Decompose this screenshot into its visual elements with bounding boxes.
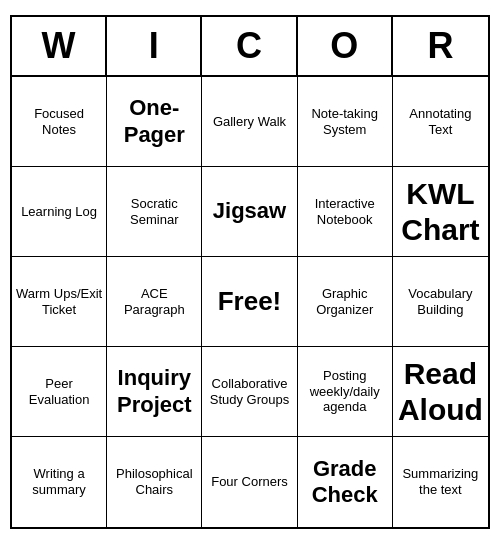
cell-1: One-Pager <box>107 77 202 167</box>
cell-5: Learning Log <box>12 167 107 257</box>
grid: Focused NotesOne-PagerGallery WalkNote-t… <box>12 77 488 527</box>
cell-9: KWL Chart <box>393 167 488 257</box>
cell-15: Peer Evaluation <box>12 347 107 437</box>
cell-17: Collaborative Study Groups <box>202 347 297 437</box>
cell-23: Grade Check <box>298 437 393 527</box>
cell-0: Focused Notes <box>12 77 107 167</box>
header-row: WICOR <box>12 17 488 77</box>
cell-24: Summarizing the text <box>393 437 488 527</box>
cell-14: Vocabulary Building <box>393 257 488 347</box>
cell-21: Philosophical Chairs <box>107 437 202 527</box>
cell-18: Posting weekly/daily agenda <box>298 347 393 437</box>
cell-11: ACE Paragraph <box>107 257 202 347</box>
header-letter-C: C <box>202 17 297 75</box>
cell-20: Writing a summary <box>12 437 107 527</box>
cell-12: Free! <box>202 257 297 347</box>
cell-16: Inquiry Project <box>107 347 202 437</box>
cell-6: Socratic Seminar <box>107 167 202 257</box>
header-letter-W: W <box>12 17 107 75</box>
bingo-card: WICOR Focused NotesOne-PagerGallery Walk… <box>10 15 490 529</box>
cell-13: Graphic Organizer <box>298 257 393 347</box>
cell-8: Interactive Notebook <box>298 167 393 257</box>
header-letter-O: O <box>298 17 393 75</box>
cell-2: Gallery Walk <box>202 77 297 167</box>
header-letter-I: I <box>107 17 202 75</box>
cell-19: Read Aloud <box>393 347 488 437</box>
cell-3: Note-taking System <box>298 77 393 167</box>
cell-22: Four Corners <box>202 437 297 527</box>
cell-10: Warm Ups/Exit Ticket <box>12 257 107 347</box>
cell-7: Jigsaw <box>202 167 297 257</box>
header-letter-R: R <box>393 17 488 75</box>
cell-4: Annotating Text <box>393 77 488 167</box>
